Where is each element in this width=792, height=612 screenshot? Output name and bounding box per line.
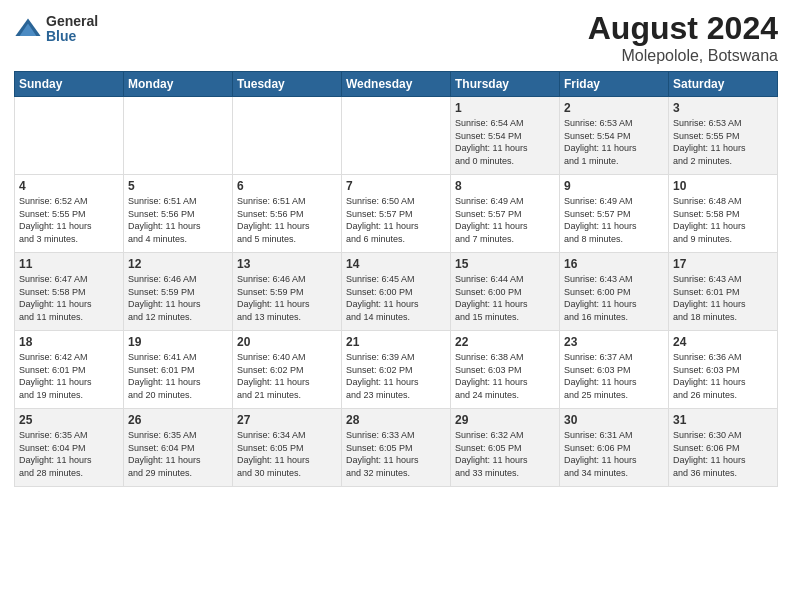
day-info: Sunrise: 6:30 AM Sunset: 6:06 PM Dayligh… xyxy=(673,429,773,479)
cell-1-1: 5Sunrise: 6:51 AM Sunset: 5:56 PM Daylig… xyxy=(124,175,233,253)
cell-3-3: 21Sunrise: 6:39 AM Sunset: 6:02 PM Dayli… xyxy=(342,331,451,409)
day-info: Sunrise: 6:40 AM Sunset: 6:02 PM Dayligh… xyxy=(237,351,337,401)
day-info: Sunrise: 6:31 AM Sunset: 6:06 PM Dayligh… xyxy=(564,429,664,479)
cell-0-3 xyxy=(342,97,451,175)
day-info: Sunrise: 6:45 AM Sunset: 6:00 PM Dayligh… xyxy=(346,273,446,323)
day-info: Sunrise: 6:49 AM Sunset: 5:57 PM Dayligh… xyxy=(564,195,664,245)
day-number: 19 xyxy=(128,335,228,349)
day-info: Sunrise: 6:32 AM Sunset: 6:05 PM Dayligh… xyxy=(455,429,555,479)
day-info: Sunrise: 6:43 AM Sunset: 6:01 PM Dayligh… xyxy=(673,273,773,323)
cell-0-0 xyxy=(15,97,124,175)
cell-3-6: 24Sunrise: 6:36 AM Sunset: 6:03 PM Dayli… xyxy=(669,331,778,409)
day-info: Sunrise: 6:54 AM Sunset: 5:54 PM Dayligh… xyxy=(455,117,555,167)
cell-3-1: 19Sunrise: 6:41 AM Sunset: 6:01 PM Dayli… xyxy=(124,331,233,409)
cell-1-0: 4Sunrise: 6:52 AM Sunset: 5:55 PM Daylig… xyxy=(15,175,124,253)
day-number: 27 xyxy=(237,413,337,427)
day-number: 13 xyxy=(237,257,337,271)
cell-4-2: 27Sunrise: 6:34 AM Sunset: 6:05 PM Dayli… xyxy=(233,409,342,487)
header-sunday: Sunday xyxy=(15,72,124,97)
week-row-4: 25Sunrise: 6:35 AM Sunset: 6:04 PM Dayli… xyxy=(15,409,778,487)
day-info: Sunrise: 6:35 AM Sunset: 6:04 PM Dayligh… xyxy=(19,429,119,479)
title-block: August 2024 Molepolole, Botswana xyxy=(588,10,778,65)
day-info: Sunrise: 6:52 AM Sunset: 5:55 PM Dayligh… xyxy=(19,195,119,245)
header-monday: Monday xyxy=(124,72,233,97)
day-number: 30 xyxy=(564,413,664,427)
day-number: 22 xyxy=(455,335,555,349)
day-number: 29 xyxy=(455,413,555,427)
logo-icon xyxy=(14,15,42,43)
cell-1-5: 9Sunrise: 6:49 AM Sunset: 5:57 PM Daylig… xyxy=(560,175,669,253)
day-number: 8 xyxy=(455,179,555,193)
cell-1-4: 8Sunrise: 6:49 AM Sunset: 5:57 PM Daylig… xyxy=(451,175,560,253)
day-info: Sunrise: 6:33 AM Sunset: 6:05 PM Dayligh… xyxy=(346,429,446,479)
day-info: Sunrise: 6:42 AM Sunset: 6:01 PM Dayligh… xyxy=(19,351,119,401)
day-number: 1 xyxy=(455,101,555,115)
logo-general: General xyxy=(46,14,98,29)
cell-0-2 xyxy=(233,97,342,175)
cell-4-0: 25Sunrise: 6:35 AM Sunset: 6:04 PM Dayli… xyxy=(15,409,124,487)
cell-2-6: 17Sunrise: 6:43 AM Sunset: 6:01 PM Dayli… xyxy=(669,253,778,331)
day-info: Sunrise: 6:41 AM Sunset: 6:01 PM Dayligh… xyxy=(128,351,228,401)
cell-0-5: 2Sunrise: 6:53 AM Sunset: 5:54 PM Daylig… xyxy=(560,97,669,175)
logo-blue: Blue xyxy=(46,29,98,44)
header-friday: Friday xyxy=(560,72,669,97)
day-info: Sunrise: 6:46 AM Sunset: 5:59 PM Dayligh… xyxy=(128,273,228,323)
cell-3-0: 18Sunrise: 6:42 AM Sunset: 6:01 PM Dayli… xyxy=(15,331,124,409)
day-number: 9 xyxy=(564,179,664,193)
day-number: 4 xyxy=(19,179,119,193)
day-number: 25 xyxy=(19,413,119,427)
day-number: 17 xyxy=(673,257,773,271)
header-row-table: Sunday Monday Tuesday Wednesday Thursday… xyxy=(15,72,778,97)
header-wednesday: Wednesday xyxy=(342,72,451,97)
day-info: Sunrise: 6:47 AM Sunset: 5:58 PM Dayligh… xyxy=(19,273,119,323)
cell-0-6: 3Sunrise: 6:53 AM Sunset: 5:55 PM Daylig… xyxy=(669,97,778,175)
cell-4-3: 28Sunrise: 6:33 AM Sunset: 6:05 PM Dayli… xyxy=(342,409,451,487)
day-info: Sunrise: 6:39 AM Sunset: 6:02 PM Dayligh… xyxy=(346,351,446,401)
week-row-1: 4Sunrise: 6:52 AM Sunset: 5:55 PM Daylig… xyxy=(15,175,778,253)
day-number: 16 xyxy=(564,257,664,271)
header-row: General Blue August 2024 Molepolole, Bot… xyxy=(14,10,778,65)
day-number: 6 xyxy=(237,179,337,193)
cell-0-4: 1Sunrise: 6:54 AM Sunset: 5:54 PM Daylig… xyxy=(451,97,560,175)
logo: General Blue xyxy=(14,14,98,45)
day-info: Sunrise: 6:35 AM Sunset: 6:04 PM Dayligh… xyxy=(128,429,228,479)
day-number: 11 xyxy=(19,257,119,271)
cell-4-5: 30Sunrise: 6:31 AM Sunset: 6:06 PM Dayli… xyxy=(560,409,669,487)
day-info: Sunrise: 6:53 AM Sunset: 5:55 PM Dayligh… xyxy=(673,117,773,167)
day-info: Sunrise: 6:51 AM Sunset: 5:56 PM Dayligh… xyxy=(128,195,228,245)
cell-2-4: 15Sunrise: 6:44 AM Sunset: 6:00 PM Dayli… xyxy=(451,253,560,331)
day-number: 26 xyxy=(128,413,228,427)
cell-4-4: 29Sunrise: 6:32 AM Sunset: 6:05 PM Dayli… xyxy=(451,409,560,487)
calendar-body: 1Sunrise: 6:54 AM Sunset: 5:54 PM Daylig… xyxy=(15,97,778,487)
cell-1-2: 6Sunrise: 6:51 AM Sunset: 5:56 PM Daylig… xyxy=(233,175,342,253)
cell-0-1 xyxy=(124,97,233,175)
main-title: August 2024 xyxy=(588,10,778,47)
cell-3-4: 22Sunrise: 6:38 AM Sunset: 6:03 PM Dayli… xyxy=(451,331,560,409)
header-thursday: Thursday xyxy=(451,72,560,97)
cell-1-6: 10Sunrise: 6:48 AM Sunset: 5:58 PM Dayli… xyxy=(669,175,778,253)
day-number: 21 xyxy=(346,335,446,349)
day-number: 24 xyxy=(673,335,773,349)
day-number: 18 xyxy=(19,335,119,349)
week-row-3: 18Sunrise: 6:42 AM Sunset: 6:01 PM Dayli… xyxy=(15,331,778,409)
header-saturday: Saturday xyxy=(669,72,778,97)
logo-text: General Blue xyxy=(46,14,98,45)
day-number: 7 xyxy=(346,179,446,193)
day-number: 15 xyxy=(455,257,555,271)
day-info: Sunrise: 6:50 AM Sunset: 5:57 PM Dayligh… xyxy=(346,195,446,245)
cell-3-5: 23Sunrise: 6:37 AM Sunset: 6:03 PM Dayli… xyxy=(560,331,669,409)
day-info: Sunrise: 6:46 AM Sunset: 5:59 PM Dayligh… xyxy=(237,273,337,323)
cell-2-0: 11Sunrise: 6:47 AM Sunset: 5:58 PM Dayli… xyxy=(15,253,124,331)
cell-2-5: 16Sunrise: 6:43 AM Sunset: 6:00 PM Dayli… xyxy=(560,253,669,331)
day-info: Sunrise: 6:51 AM Sunset: 5:56 PM Dayligh… xyxy=(237,195,337,245)
cell-2-3: 14Sunrise: 6:45 AM Sunset: 6:00 PM Dayli… xyxy=(342,253,451,331)
day-number: 14 xyxy=(346,257,446,271)
day-info: Sunrise: 6:38 AM Sunset: 6:03 PM Dayligh… xyxy=(455,351,555,401)
day-info: Sunrise: 6:34 AM Sunset: 6:05 PM Dayligh… xyxy=(237,429,337,479)
day-number: 5 xyxy=(128,179,228,193)
day-number: 28 xyxy=(346,413,446,427)
cell-1-3: 7Sunrise: 6:50 AM Sunset: 5:57 PM Daylig… xyxy=(342,175,451,253)
day-number: 20 xyxy=(237,335,337,349)
day-info: Sunrise: 6:53 AM Sunset: 5:54 PM Dayligh… xyxy=(564,117,664,167)
day-number: 31 xyxy=(673,413,773,427)
